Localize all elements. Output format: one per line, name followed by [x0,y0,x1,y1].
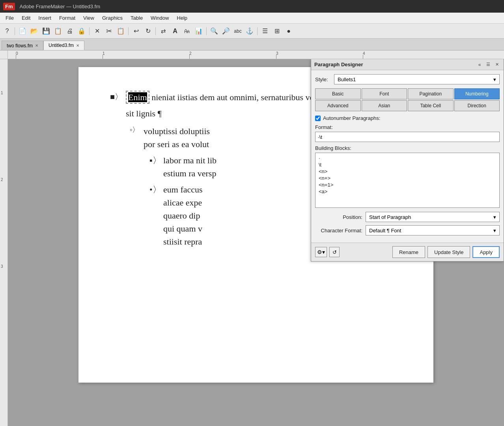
menu-view[interactable]: View [79,13,98,22]
tab-font[interactable]: Font [362,88,407,99]
refresh-button[interactable]: ↺ [329,247,340,257]
tab-untitled3-close[interactable]: ✕ [76,43,79,48]
tab-table-cell[interactable]: Table Cell [408,100,454,111]
new-btn[interactable]: 📄 [17,26,28,37]
ruler: 0 1 2 3 4 [0,50,504,59]
tab-untitled3[interactable]: Untitled3.fm ✕ [43,41,84,50]
bullet-text-2: voluptissi doluptiis por seri as ea volu… [144,125,210,151]
panel-body: Style: Bullets1 ▾ Basic Font Pagina [311,70,504,243]
bb-item-a[interactable]: <a> [317,188,498,195]
style-label: Style: [315,77,331,82]
selected-word: Enim [126,91,149,104]
flow-btn[interactable]: ⇄ [158,26,169,37]
rename-button[interactable]: Rename [392,246,425,258]
font-a-btn[interactable]: A [170,26,181,37]
char-format-value: Default ¶ Font [369,228,401,234]
char-format-dropdown[interactable]: Default ¶ Font ▾ [366,225,500,235]
selected-word-text: Enim [128,92,147,102]
building-blocks-label: Building Blocks: [315,145,500,151]
table-btn[interactable]: 📊 [193,26,204,37]
list-btn[interactable]: ☰ [259,26,271,37]
style-dropdown-arrow: ▾ [493,77,496,82]
bb-item-n[interactable]: <n> [317,168,498,175]
position-dropdown[interactable]: Start of Paragraph ▾ [366,212,500,222]
panel-close-btn[interactable]: ✕ [493,61,500,68]
redo-btn[interactable]: ↻ [142,26,153,37]
bullet-text-3b: eum faccus alicae expe quaero dip qui qu… [163,183,203,248]
lock-btn[interactable]: 🔒 [76,26,87,37]
menu-window[interactable]: Window [147,13,173,22]
save-btn[interactable]: 💾 [41,26,52,37]
ruler-tick-1 [103,55,103,59]
left-ruler: 1 2 3 [0,59,8,426]
tab-two-flows-label: two flows.fm [7,43,33,49]
bullet-marker-3a: ▪〉 [149,154,163,167]
autonumber-label: Autonumber Paragraphs: [323,115,380,121]
tab-pagination[interactable]: Pagination [408,88,454,99]
bb-item-nplus[interactable]: <n+> [317,175,498,181]
style-dropdown-value: Bullets1 [338,77,356,82]
update-style-button[interactable]: Update Style [427,246,470,258]
font-size-btn[interactable]: 🗛 [181,26,192,37]
anchor-btn[interactable]: ⚓ [244,26,255,37]
menu-table[interactable]: Table [127,13,147,22]
ruler-tick-0 [16,55,16,59]
format-input[interactable] [315,132,500,142]
style-dropdown[interactable]: Bullets1 ▾ [334,74,500,84]
menu-help[interactable]: Help [173,13,191,22]
autonumber-row: Autonumber Paragraphs: [315,115,500,121]
gear-icon: ⚙ [317,249,322,255]
gear-dropdown-arrow: ▾ [322,249,325,255]
undo-btn[interactable]: ↩ [131,26,142,37]
paste-btn[interactable]: 📋 [115,26,126,37]
toolbar-sep3 [128,27,129,35]
delete-btn[interactable]: ✕ [91,26,103,37]
zoom-btn[interactable]: 🔎 [220,26,231,37]
position-row: Position: Start of Paragraph ▾ [315,212,500,222]
tab-direction[interactable]: Direction [454,100,500,111]
tab-two-flows-close[interactable]: ✕ [35,43,38,48]
char-format-row: Character Format: Default ¶ Font ▾ [315,225,500,235]
autonumber-checkbox[interactable] [315,116,321,121]
bb-item-neq1[interactable]: <n=1> [317,181,498,188]
find-btn[interactable]: 🔍 [209,26,220,37]
char-format-label: Character Format: [315,228,362,234]
apply-button[interactable]: Apply [472,246,500,258]
position-arrow: ▾ [493,214,496,220]
menu-file[interactable]: File [2,13,18,22]
style-row: Style: Bullets1 ▾ [315,74,500,84]
spell-btn[interactable]: abc [232,26,243,37]
tab-asian[interactable]: Asian [362,100,407,111]
toolbar: ? 📄 📂 💾 📋 🖨 🔒 ✕ ✂ 📋 ↩ ↻ ⇄ A 🗛 📊 🔍 🔎 abc … [0,24,504,39]
menu-edit[interactable]: Edit [18,13,34,22]
cut-btn[interactable]: ✂ [103,26,114,37]
bb-item-tab[interactable]: \t [317,161,498,168]
menu-insert[interactable]: Insert [34,13,55,22]
gear-button[interactable]: ⚙ ▾ [315,247,327,257]
tab-two-flows[interactable]: two flows.fm ✕ [2,41,43,50]
print-btn[interactable]: 🖨 [64,26,75,37]
help-tool-btn[interactable]: ? [2,26,13,37]
building-blocks-list[interactable]: · \t <n> <n+> <n=1> <a> [315,153,500,208]
menu-graphics[interactable]: Graphics [98,13,127,22]
panel-bottom: ⚙ ▾ ↺ Rename Update Style Apply [311,243,504,261]
bb-item-dot[interactable]: · [317,155,498,161]
tab-bar: two flows.fm ✕ Untitled3.fm ✕ [0,39,504,50]
tab-numbering[interactable]: Numbering [454,88,500,99]
text-line1-rest: nieniat iistias dem aut omnimi, sernatur… [151,92,320,102]
tab-basic[interactable]: Basic [315,88,361,99]
grid-btn[interactable]: ⊞ [271,26,282,37]
ruler-tick-2 [189,55,190,59]
dot-btn[interactable]: ● [283,26,294,37]
panel-collapse-btn[interactable]: « [476,61,483,68]
import-btn[interactable]: 📋 [52,26,63,37]
bullet-text-3a: labor ma nit lib estium ra versp [163,154,217,180]
panel-title: Paragraph Designer [314,62,363,67]
panel-menu-btn[interactable]: ☰ [485,61,492,68]
menu-format[interactable]: Format [55,13,79,22]
tab-untitled3-label: Untitled3.fm [49,43,74,48]
open-btn[interactable]: 📂 [29,26,40,37]
panel-tabs-row1: Basic Font Pagination Numbering [315,88,500,99]
bullet-marker-3b: •〉 [149,183,163,196]
tab-advanced[interactable]: Advanced [315,100,361,111]
